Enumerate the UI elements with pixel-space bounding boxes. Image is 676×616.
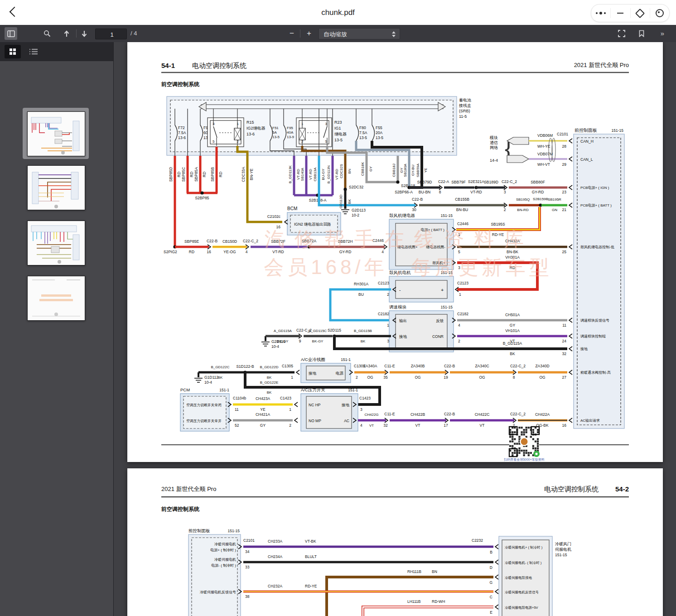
multitask-icon[interactable] [630,8,650,18]
diagram-label: CBB13A [313,167,317,181]
diagram-box [574,134,624,428]
wiring-diagram-page-1: 54-1电动空调控制系统2021 新世代全顺 Pro前空调控制系统蓄电池接线盒(… [127,42,663,462]
diagram-label: 13-5 [334,138,343,142]
diagram-label: 2 [289,423,291,428]
page-up-button[interactable] [60,27,73,40]
diagram-label: OG [539,375,545,380]
diagram-label: 冷暖伺服电机- ( 制冷时 ) [505,561,542,565]
diagram-label: B_GD113N [327,165,331,184]
sidebar-toggle-button[interactable] [5,27,17,40]
diagram-label: 24 [562,339,567,343]
diagram-label: ZA340C [475,364,489,368]
diagram-label: - [399,288,401,293]
minimize-icon[interactable] [610,8,630,18]
diagram-label: S2B159B [533,197,548,201]
diagram-label: RH301A [354,282,368,286]
diagram-label: 13-6 [246,132,255,136]
connector-arrow-icon [495,589,498,594]
zoom-in-button[interactable]: + [303,27,315,40]
pdf-page-2: 2021 新世代全顺 Pro电动空调控制系统54-2前空调控制系统前控制面板15… [127,468,663,616]
pdf-viewer[interactable]: 54-1电动空调控制系统2021 新世代全顺 Pro前空调控制系统蓄电池接线盒(… [114,42,676,616]
diagram-label: 电源+ ( 制冷时 ) [210,548,236,552]
diagram-label: VDB07M [537,152,553,156]
diagram-label: 13-5 [376,135,383,140]
thumbnail-page-1[interactable] [27,111,84,155]
diagram-label: VT-RD [309,169,313,180]
ground-icon [341,210,349,214]
diagram-label: BN [348,168,352,173]
diagram-label: RD [189,250,194,254]
diagram-label: B_GD113K [288,165,292,183]
more-icon[interactable] [591,8,610,18]
bookmark-button[interactable] [635,27,648,40]
diagram-label: S2DC32 [349,185,363,189]
diagram-label: 空调压力切断开关常闭 [186,403,222,407]
toolbar-more-button[interactable]: » [656,27,669,40]
diagram-label: 13-5 [359,135,367,140]
diagram-label: BN-YE [249,168,254,180]
diagram-label: SBP85D [169,167,173,182]
diagram-label: CH423A [256,396,270,401]
diagram-label: 52 [235,423,239,428]
diagram-label: CDC33A [241,167,246,182]
diagram-label: F51 [272,126,279,130]
diagram-label: 5 [458,250,460,254]
diagram-label: 2 [356,375,358,380]
search-button[interactable] [41,27,53,40]
diagram-label: 电源 [336,371,344,375]
diagram-label: VT-RD [296,169,300,180]
diagram-label: GY-RD [532,190,544,194]
page-down-button[interactable] [78,27,91,40]
diagram-label: 151-15 [555,553,567,557]
diagram-label: 前控制面板 [188,528,210,533]
thumbnail-page-4[interactable] [27,276,84,320]
diagram-label: RD [218,172,223,177]
diagram-label: CH422G [364,413,378,417]
connector-arrow-icon [295,402,298,407]
wire [363,607,493,616]
diagram-label: 会员168/年，每周更新车型 [264,256,553,278]
zoom-out-button[interactable]: − [285,27,298,40]
diagram-label: 3 [360,407,362,412]
diagram-label: 1 [387,323,389,327]
diagram-label: C2101 [557,132,568,136]
diagram-label: B_GD122E [260,380,278,385]
sidebar-header [0,42,113,61]
diagram-label: 电动空调控制系统 [192,62,246,69]
outline-view-button[interactable] [25,45,42,58]
diagram-label: 28 [562,144,567,149]
diagram-label: VT-RD [335,169,339,180]
diagram-label: C1104b [233,396,246,400]
diagram-label: 151-15 [441,213,453,218]
diagram-label: PCM [180,387,190,392]
double-chevron-icon: » [661,27,664,40]
diagram-label: RD-WH [432,599,445,604]
thumbnails-view-button[interactable] [5,45,21,58]
chevron-updown-icon [392,31,396,37]
diagram-label: 冷暖伺服电机 [214,558,236,562]
zoom-select[interactable]: 自动缩放 [319,28,400,39]
diagram-label: 151-1 [341,357,351,362]
thumbnail-page-3[interactable] [27,221,84,265]
connector-pentagon-icon [507,155,529,163]
presentation-mode-button[interactable] [615,27,628,40]
target-icon[interactable] [650,8,669,18]
diagram-label: 10-4 [204,380,212,385]
page-number-input[interactable] [96,29,128,40]
diagram-label: C2101 [243,538,255,543]
diagram-label: CH422B [410,412,425,417]
diagram-label: BU [358,292,364,297]
diagram-label: 16 [207,250,211,254]
diagram-label: C22-B [207,239,217,243]
document-title: chunk.pdf [0,0,676,25]
connector-arrow-icon [495,560,498,564]
connector-arrow-icon [569,334,572,338]
diagram-label: B_GD115B [354,329,372,333]
diagram-label: 通信 [490,140,498,145]
diagram-label: 11-5 [459,114,467,119]
wiring-diagram-page-2: 2021 新世代全顺 Pro电动空调控制系统54-2前空调控制系统前控制面板15… [127,468,663,616]
diagram-label: F95 [287,126,293,130]
connector-arrow-icon [295,418,298,423]
thumbnails-grid-icon [9,48,17,56]
thumbnail-page-2[interactable] [27,165,84,209]
